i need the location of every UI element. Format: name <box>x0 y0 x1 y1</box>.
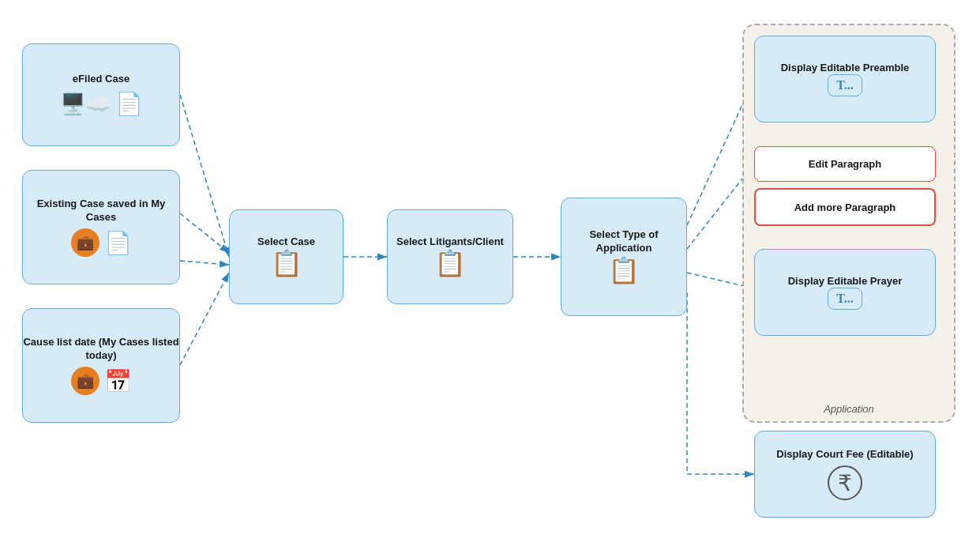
select-type-box: Select Type of Application 📋 <box>561 198 687 316</box>
svg-line-4 <box>180 261 229 265</box>
prayer-box: Display Editable Prayer T... <box>754 249 936 336</box>
preamble-text-icon: T... <box>828 74 862 96</box>
select-litigants-icon: 📋 <box>434 248 466 278</box>
rupee-icon: ₹ <box>828 465 862 500</box>
edit-paragraph-box: Edit Paragraph <box>754 146 936 182</box>
select-type-label: Select Type of Application <box>561 228 686 255</box>
efiled-case-box: eFiled Case 🖥️☁️ 📄 <box>22 43 180 146</box>
existing-icons: 💼 📄 <box>71 228 132 257</box>
select-case-icon: 📋 <box>271 248 302 278</box>
diagram-container: eFiled Case 🖥️☁️ 📄 Existing Case saved i… <box>0 0 980 535</box>
app-group-label: Application <box>744 403 954 415</box>
existing-label: Existing Case saved in My Cases <box>23 198 179 224</box>
efiled-doc-icon: 📄 <box>115 91 143 117</box>
prayer-text-icon: T... <box>828 288 862 310</box>
existing-case-box: Existing Case saved in My Cases 💼 📄 <box>22 170 180 284</box>
add-paragraph-label: Add more Paragraph <box>794 202 896 213</box>
briefcase-icon: 💼 <box>71 228 100 257</box>
causelist-briefcase-icon: 💼 <box>71 367 100 395</box>
court-fee-box: Display Court Fee (Editable) ₹ <box>754 431 936 518</box>
monitor-cloud-icon: 🖥️☁️ <box>60 92 111 116</box>
edit-paragraph-label: Edit Paragraph <box>809 158 881 170</box>
efiled-label: eFiled Case <box>73 73 130 86</box>
causelist-label: Cause list date (My Cases listed today) <box>23 336 179 363</box>
select-litigants-box: Select Litigants/Client 📋 <box>387 209 513 304</box>
select-case-box: Select Case 📋 <box>229 209 344 304</box>
existing-doc-icon: 📄 <box>104 230 132 256</box>
calendar-icon: 📅 <box>104 368 132 394</box>
svg-line-3 <box>180 213 229 253</box>
svg-line-2 <box>180 95 229 257</box>
select-litigants-label: Select Litigants/Client <box>396 235 504 249</box>
select-case-label: Select Case <box>257 235 315 249</box>
efiled-icons: 🖥️☁️ 📄 <box>60 91 143 117</box>
court-fee-label: Display Court Fee (Editable) <box>776 448 913 462</box>
svg-line-5 <box>180 273 229 365</box>
causelist-box: Cause list date (My Cases listed today) … <box>22 308 180 423</box>
select-type-icon: 📋 <box>608 255 640 285</box>
preamble-box: Display Editable Preamble T... <box>754 36 936 122</box>
add-paragraph-box: Add more Paragraph <box>754 188 936 226</box>
prayer-label: Display Editable Prayer <box>788 275 903 288</box>
preamble-label: Display Editable Preamble <box>781 62 910 75</box>
causelist-icons: 💼 📅 <box>71 367 132 395</box>
